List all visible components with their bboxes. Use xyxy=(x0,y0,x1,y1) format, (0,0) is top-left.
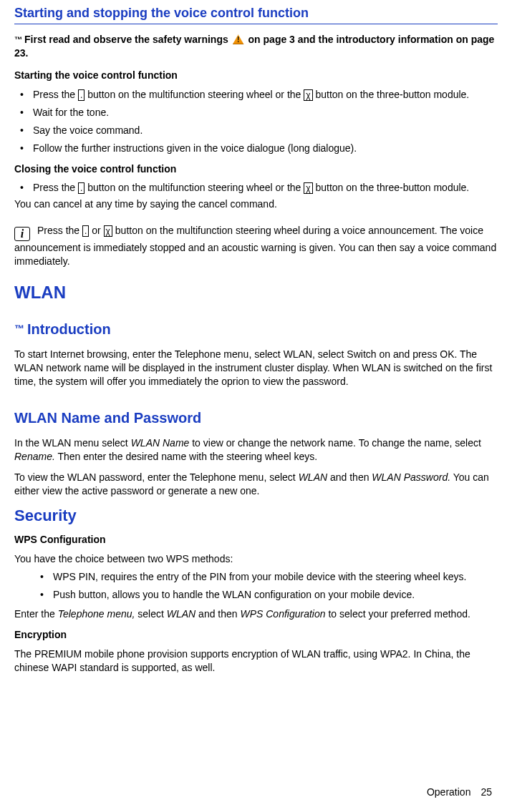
list-item: Push button, allows you to handle the WL… xyxy=(34,588,498,602)
tm-mark: ™ xyxy=(14,323,24,334)
text: WPS PIN, requires the entry of the PIN f… xyxy=(53,571,466,582)
text-italic: WLAN Name xyxy=(131,437,190,449)
text: In the WLAN menu select xyxy=(14,437,131,449)
wps-heading: WPS Configuration xyxy=(14,533,498,547)
wps-list: WPS PIN, requires the entry of the PIN f… xyxy=(14,570,498,602)
text: Press the xyxy=(33,89,78,100)
text-italic: Rename. xyxy=(14,451,55,462)
namepwd-p1: In the WLAN menu select WLAN Name to vie… xyxy=(14,436,498,464)
text: button on the three-button module. xyxy=(313,182,470,193)
text: Press the xyxy=(37,225,82,236)
section-title: Starting and stopping the voice control … xyxy=(14,4,498,24)
text-italic: WLAN Password. xyxy=(372,471,450,483)
list-item: Follow the further instructions given in… xyxy=(14,142,498,155)
text: Press the xyxy=(33,182,78,193)
footer-page: 25 xyxy=(480,786,492,798)
enc-body: The PREMIUM mobile phone provision suppo… xyxy=(14,647,498,675)
text: to select your preferred method. xyxy=(326,608,470,620)
safety-prefix: First read and observe the safety warnin… xyxy=(24,34,231,45)
close-followup: You can cancel at any time by saying the… xyxy=(14,197,498,211)
tm-mark: ™ xyxy=(14,35,22,44)
safety-note: ™First read and observe the safety warni… xyxy=(14,33,498,60)
text: Then enter the desired name with the ste… xyxy=(55,451,317,462)
start-heading: Starting the voice control function xyxy=(14,69,498,82)
list-item: Press the . button on the multifunction … xyxy=(14,181,498,195)
text: Say the voice command. xyxy=(33,124,143,136)
button-glyph: . xyxy=(82,225,89,237)
button-glyph: χ xyxy=(104,225,112,237)
list-item: Wait for the tone. xyxy=(14,106,498,119)
enc-heading: Encryption xyxy=(14,628,498,642)
footer-label: Operation xyxy=(427,786,470,798)
text: to view or change the network name. To c… xyxy=(189,437,481,449)
intro-title: ™Introduction xyxy=(14,320,498,339)
wlan-title: WLAN xyxy=(14,281,498,304)
text: or xyxy=(89,225,103,236)
text: To view the WLAN password, enter the Tel… xyxy=(14,471,299,483)
text-italic: WPS Configuration xyxy=(240,608,325,620)
text: Enter the xyxy=(14,608,58,620)
warning-icon xyxy=(233,34,244,44)
button-glyph: . xyxy=(78,89,84,101)
text-italic: WLAN xyxy=(167,608,195,620)
text: Push button, allows you to handle the WL… xyxy=(53,589,415,600)
text: select xyxy=(135,608,166,620)
text: button on the multifunction steering whe… xyxy=(84,89,304,100)
wps-para: Enter the Telephone menu, select WLAN an… xyxy=(14,607,498,621)
security-title: Security xyxy=(14,505,498,527)
namepwd-p2: To view the WLAN password, enter the Tel… xyxy=(14,471,498,498)
namepwd-title: WLAN Name and Password xyxy=(14,409,498,428)
text: and then xyxy=(195,608,240,620)
text-italic: Telephone menu, xyxy=(58,608,135,620)
info-note: iPress the . or χ button on the multifun… xyxy=(14,224,498,268)
close-list: Press the . button on the multifunction … xyxy=(14,181,498,195)
button-glyph: . xyxy=(78,182,84,194)
list-item: Say the voice command. xyxy=(14,124,498,137)
text: Wait for the tone. xyxy=(33,107,109,118)
button-glyph: χ xyxy=(304,182,312,194)
button-glyph: χ xyxy=(304,89,312,101)
intro-title-text: Introduction xyxy=(27,321,111,337)
intro-body: To start Internet browsing, enter the Te… xyxy=(14,348,498,388)
close-heading: Closing the voice control function xyxy=(14,162,498,176)
list-item: WPS PIN, requires the entry of the PIN f… xyxy=(34,570,498,584)
text: button on the multifunction steering whe… xyxy=(84,182,304,193)
wps-intro: You have the choice between two WPS meth… xyxy=(14,552,498,566)
list-item: Press the . button on the multifunction … xyxy=(14,88,498,102)
text: Follow the further instructions given in… xyxy=(33,142,357,154)
start-list: Press the . button on the multifunction … xyxy=(14,88,498,155)
text: button on the three-button module. xyxy=(313,89,470,100)
footer: Operation25 xyxy=(427,786,492,799)
text-italic: WLAN xyxy=(299,471,327,483)
info-icon: i xyxy=(14,227,30,241)
text: and then xyxy=(327,471,372,483)
